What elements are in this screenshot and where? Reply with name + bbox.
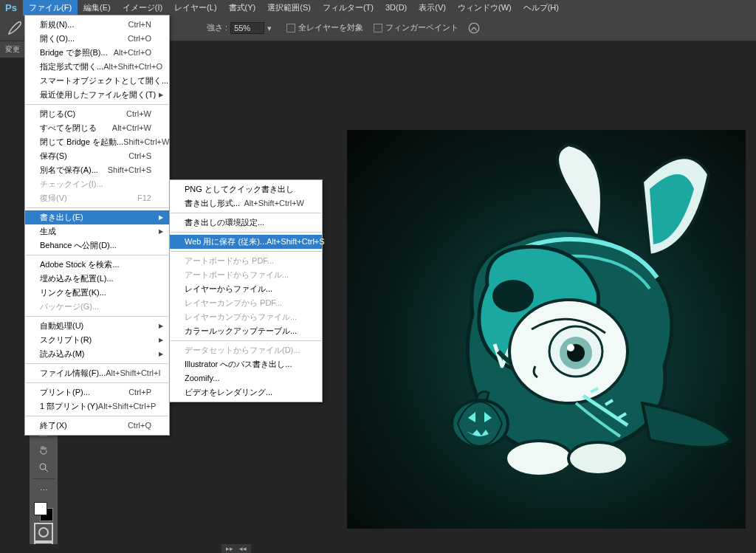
foreground-swatch[interactable] [34,502,47,515]
color-swatches[interactable] [34,502,53,521]
edit-toolbar-icon[interactable]: ⋯ [32,481,55,499]
svg-point-14 [506,441,572,476]
left-label: 変更 [0,41,25,58]
menu-item-shortcut: Ctrl+W [126,109,151,120]
export-submenu-item[interactable]: PNG としてクイック書き出し [170,182,322,196]
menu-item-label: リンクを配置(K)... [40,287,151,298]
menu-help[interactable]: ヘルプ(H) [518,0,565,16]
menu-item-shortcut: Ctrl+N [128,19,151,30]
menu-item-label: 生成 [40,226,151,237]
menu-view[interactable]: 表示(V) [413,0,452,16]
file-menu-item[interactable]: 別名で保存(A)...Shift+Ctrl+S [25,163,169,177]
strength-label: 強さ : [207,22,227,33]
file-menu-item[interactable]: 1 部プリント(Y)Alt+Shift+Ctrl+P [25,399,169,413]
export-submenu-item[interactable]: ビデオをレンダリング... [170,385,322,399]
document-canvas[interactable] [347,130,746,529]
file-menu-item[interactable]: プリント(P)...Ctrl+P [25,385,169,399]
file-menu-item[interactable]: 指定形式で開く...Alt+Shift+Ctrl+O [25,60,169,74]
export-submenu-item[interactable]: Zoomify... [170,371,322,385]
menu-item-shortcut: Shift+Ctrl+S [108,165,151,176]
menu-item-label: レイヤーからファイル... [185,284,304,295]
file-menu-item[interactable]: Bridge で参照(B)...Alt+Ctrl+O [25,46,169,60]
menu-item-label: ファイル情報(F)... [40,368,106,379]
menu-item-shortcut: F12 [137,193,151,204]
finger-paint-checkbox[interactable] [374,24,382,32]
file-menu-item[interactable]: ファイル情報(F)...Alt+Shift+Ctrl+I [25,366,169,380]
file-menu-item[interactable]: すべてを閉じるAlt+Ctrl+W [25,121,169,135]
export-submenu-item[interactable]: 書き出し形式...Alt+Shift+Ctrl+W [170,196,322,210]
menu-image[interactable]: イメージ(I) [117,0,168,16]
app-logo: Ps [2,1,20,13]
chevron-right-icon: ▸▸ [226,545,233,552]
menu-file[interactable]: ファイル(F) [23,0,78,16]
file-menu-item[interactable]: Adobe Stock を検索... [25,258,169,272]
file-menu-item[interactable]: スクリプト(R) [25,333,169,347]
file-menu-item[interactable]: 最近使用したファイルを開く(T) [25,88,169,102]
hand-tool-icon[interactable] [32,441,55,458]
menu-select[interactable]: 選択範囲(S) [261,0,317,16]
menu-item-shortcut: Alt+Shift+Ctrl+I [106,368,160,379]
finger-paint-label: フィンガーペイント [385,22,458,33]
artwork-illustration [347,130,746,529]
file-menu-item[interactable]: スマートオブジェクトとして開く... [25,74,169,88]
svg-point-15 [568,442,628,475]
menu-item-label: 終了(X) [40,420,128,431]
menu-bar: Ps ファイル(F) 編集(E) イメージ(I) レイヤー(L) 書式(Y) 選… [0,0,756,15]
all-layers-checkbox[interactable] [286,24,295,32]
menu-layer[interactable]: レイヤー(L) [168,0,222,16]
menu-item-label: レイヤーカンプからファイル... [185,312,304,323]
menu-separator [171,340,321,341]
file-menu-item[interactable]: 生成 [25,224,169,238]
pressure-icon[interactable] [467,21,481,35]
file-menu-item[interactable]: 保存(S)Ctrl+S [25,149,169,163]
menu-item-shortcut: Ctrl+O [128,33,151,44]
svg-point-8 [492,280,534,312]
menu-separator [26,207,168,208]
menu-item-label: 新規(N)... [40,19,128,30]
menu-type[interactable]: 書式(Y) [223,0,262,16]
menu-item-label: 指定形式で開く... [40,61,103,72]
menu-3d[interactable]: 3D(D) [379,1,413,14]
strength-input[interactable] [230,22,264,34]
menu-item-label: アートボードからファイル... [185,269,304,281]
export-submenu-item[interactable]: レイヤーからファイル... [170,282,322,296]
file-menu-item[interactable]: 新規(N)...Ctrl+N [25,18,169,32]
file-menu-item[interactable]: 自動処理(U) [25,319,169,333]
file-menu-item[interactable]: 埋め込みを配置(L)... [25,272,169,286]
menu-window[interactable]: ウィンドウ(W) [452,0,518,16]
menu-item-label: PNG としてクイック書き出し [185,184,304,195]
zoom-tool-icon[interactable] [32,458,55,476]
file-menu-item[interactable]: 開く(O)...Ctrl+O [25,32,169,46]
file-menu-item[interactable]: 閉じる(C)Ctrl+W [25,107,169,121]
menu-item-shortcut: Shift+Ctrl+W [123,137,169,148]
panel-tab-collapsed[interactable]: ▸▸ ◂◂ [221,544,251,553]
export-submenu-item[interactable]: Web 用に保存 (従来)...Alt+Shift+Ctrl+S [170,235,322,249]
menu-item-label: カラールックアップテーブル... [185,326,304,337]
menu-item-label: 書き出し形式... [185,198,244,209]
menu-item-label: チェックイン(I)... [40,179,151,190]
file-menu-item[interactable]: 書き出し(E) [25,210,169,224]
menu-item-label: Adobe Stock を検索... [40,259,151,270]
active-tool-icon[interactable] [6,19,24,37]
menu-item-label: 閉じる(C) [40,109,126,120]
menu-edit[interactable]: 編集(E) [78,0,117,16]
export-submenu-item: アートボードから PDF... [170,254,322,268]
file-menu-item[interactable]: Behance へ公開(D)... [25,238,169,253]
file-menu-item[interactable]: 終了(X)Ctrl+Q [25,419,169,433]
menu-item-label: 別名で保存(A)... [40,165,108,176]
menu-filter[interactable]: フィルター(T) [317,0,379,16]
svg-point-3 [40,464,46,470]
menu-separator [26,416,168,416]
menu-item-label: スマートオブジェクトとして開く... [40,75,168,86]
file-menu-item[interactable]: 読み込み(M) [25,347,169,361]
menu-item-label: Illustrator へのパス書き出し... [185,359,304,370]
export-submenu-item[interactable]: カラールックアップテーブル... [170,324,322,338]
svg-point-13 [567,344,574,351]
export-submenu-item: アートボードからファイル... [170,268,322,282]
chevron-down-icon[interactable]: ▾ [267,24,276,32]
export-submenu-item: レイヤーカンプから PDF... [170,296,322,310]
export-submenu-item[interactable]: 書き出しの環境設定... [170,216,322,230]
file-menu-item[interactable]: 閉じて Bridge を起動...Shift+Ctrl+W [25,135,169,149]
file-menu-item[interactable]: リンクを配置(K)... [25,286,169,300]
export-submenu-item[interactable]: Illustrator へのパス書き出し... [170,357,322,371]
